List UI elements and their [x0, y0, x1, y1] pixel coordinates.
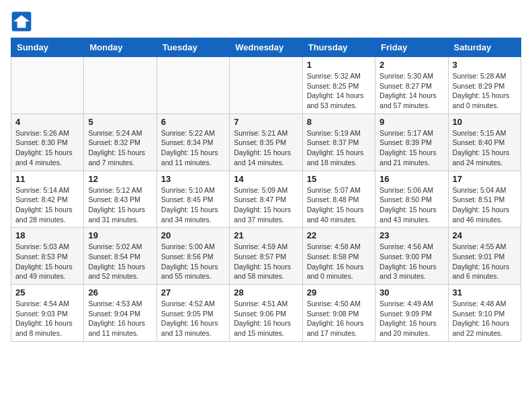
day-info: Sunrise: 5:32 AM Sunset: 8:25 PM Dayligh…	[307, 71, 371, 111]
day-number: 24	[453, 230, 517, 240]
day-number: 30	[380, 287, 443, 298]
day-info: Sunrise: 5:26 AM Sunset: 8:30 PM Dayligh…	[15, 128, 79, 168]
day-number: 3	[453, 60, 517, 70]
day-info: Sunrise: 5:19 AM Sunset: 8:37 PM Dayligh…	[307, 128, 371, 168]
day-number: 13	[161, 174, 225, 184]
calendar-cell: 3Sunrise: 5:28 AM Sunset: 8:29 PM Daylig…	[448, 57, 521, 114]
day-number: 6	[161, 117, 225, 127]
day-number: 26	[88, 287, 152, 298]
day-number: 28	[234, 287, 298, 298]
day-number: 31	[453, 287, 517, 298]
header-friday: Friday	[375, 38, 448, 57]
calendar-cell: 22Sunrise: 4:58 AM Sunset: 8:58 PM Dayli…	[302, 228, 375, 285]
calendar-cell: 12Sunrise: 5:12 AM Sunset: 8:43 PM Dayli…	[84, 171, 157, 228]
calendar-cell: 30Sunrise: 4:49 AM Sunset: 9:09 PM Dayli…	[375, 285, 448, 342]
day-number: 20	[161, 230, 225, 240]
day-info: Sunrise: 5:10 AM Sunset: 8:45 PM Dayligh…	[161, 185, 225, 225]
calendar-cell: 10Sunrise: 5:15 AM Sunset: 8:40 PM Dayli…	[448, 113, 521, 171]
calendar-cell: 6Sunrise: 5:22 AM Sunset: 8:34 PM Daylig…	[157, 113, 229, 171]
day-info: Sunrise: 5:17 AM Sunset: 8:39 PM Dayligh…	[380, 128, 443, 168]
day-info: Sunrise: 5:30 AM Sunset: 8:27 PM Dayligh…	[380, 71, 443, 111]
calendar-cell: 7Sunrise: 5:21 AM Sunset: 8:35 PM Daylig…	[230, 113, 302, 171]
calendar-cell: 5Sunrise: 5:24 AM Sunset: 8:32 PM Daylig…	[84, 113, 157, 171]
calendar-week-5: 25Sunrise: 4:54 AM Sunset: 9:03 PM Dayli…	[11, 285, 521, 342]
calendar-week-1: 1Sunrise: 5:32 AM Sunset: 8:25 PM Daylig…	[11, 57, 521, 114]
day-info: Sunrise: 5:04 AM Sunset: 8:51 PM Dayligh…	[453, 185, 517, 225]
header-thursday: Thursday	[302, 38, 375, 57]
calendar-cell: 4Sunrise: 5:26 AM Sunset: 8:30 PM Daylig…	[11, 113, 84, 171]
calendar-header-row: SundayMondayTuesdayWednesdayThursdayFrid…	[11, 38, 521, 57]
day-info: Sunrise: 5:22 AM Sunset: 8:34 PM Dayligh…	[161, 128, 225, 168]
day-number: 19	[88, 230, 152, 240]
calendar-cell: 16Sunrise: 5:06 AM Sunset: 8:50 PM Dayli…	[375, 171, 448, 228]
day-number: 27	[161, 287, 225, 298]
day-number: 16	[380, 174, 443, 184]
calendar-cell: 20Sunrise: 5:00 AM Sunset: 8:56 PM Dayli…	[157, 228, 229, 285]
day-number: 29	[307, 287, 371, 298]
day-number: 15	[307, 174, 371, 184]
day-info: Sunrise: 5:00 AM Sunset: 8:56 PM Dayligh…	[161, 242, 225, 281]
calendar-cell: 13Sunrise: 5:10 AM Sunset: 8:45 PM Dayli…	[157, 171, 229, 228]
day-number: 11	[15, 174, 79, 184]
calendar-cell: 24Sunrise: 4:55 AM Sunset: 9:01 PM Dayli…	[448, 228, 521, 285]
day-info: Sunrise: 4:59 AM Sunset: 8:57 PM Dayligh…	[234, 242, 298, 281]
day-number: 21	[234, 230, 298, 240]
day-number: 22	[307, 230, 371, 240]
day-number: 12	[88, 174, 152, 184]
day-info: Sunrise: 5:15 AM Sunset: 8:40 PM Dayligh…	[453, 128, 517, 168]
day-number: 2	[380, 60, 443, 70]
day-info: Sunrise: 4:50 AM Sunset: 9:08 PM Dayligh…	[307, 299, 371, 338]
calendar-week-2: 4Sunrise: 5:26 AM Sunset: 8:30 PM Daylig…	[11, 113, 521, 171]
page-header	[11, 11, 521, 32]
day-info: Sunrise: 5:07 AM Sunset: 8:48 PM Dayligh…	[307, 185, 371, 225]
day-number: 18	[15, 230, 79, 240]
day-info: Sunrise: 5:21 AM Sunset: 8:35 PM Dayligh…	[234, 128, 298, 168]
calendar-cell: 9Sunrise: 5:17 AM Sunset: 8:39 PM Daylig…	[375, 113, 448, 171]
day-number: 14	[234, 174, 298, 184]
calendar-week-3: 11Sunrise: 5:14 AM Sunset: 8:42 PM Dayli…	[11, 171, 521, 228]
day-info: Sunrise: 5:24 AM Sunset: 8:32 PM Dayligh…	[88, 128, 152, 168]
calendar-cell: 28Sunrise: 4:51 AM Sunset: 9:06 PM Dayli…	[230, 285, 302, 342]
calendar-week-4: 18Sunrise: 5:03 AM Sunset: 8:53 PM Dayli…	[11, 228, 521, 285]
day-number: 9	[380, 117, 443, 127]
day-info: Sunrise: 5:09 AM Sunset: 8:47 PM Dayligh…	[234, 185, 298, 225]
header-saturday: Saturday	[448, 38, 521, 57]
calendar-cell: 27Sunrise: 4:52 AM Sunset: 9:05 PM Dayli…	[157, 285, 229, 342]
calendar-cell: 29Sunrise: 4:50 AM Sunset: 9:08 PM Dayli…	[302, 285, 375, 342]
calendar-cell: 14Sunrise: 5:09 AM Sunset: 8:47 PM Dayli…	[230, 171, 302, 228]
calendar-cell: 26Sunrise: 4:53 AM Sunset: 9:04 PM Dayli…	[84, 285, 157, 342]
calendar-cell: 19Sunrise: 5:02 AM Sunset: 8:54 PM Dayli…	[84, 228, 157, 285]
day-info: Sunrise: 5:12 AM Sunset: 8:43 PM Dayligh…	[88, 185, 152, 225]
day-info: Sunrise: 5:28 AM Sunset: 8:29 PM Dayligh…	[453, 71, 517, 111]
header-tuesday: Tuesday	[157, 38, 229, 57]
day-number: 8	[307, 117, 371, 127]
calendar-cell: 21Sunrise: 4:59 AM Sunset: 8:57 PM Dayli…	[230, 228, 302, 285]
header-monday: Monday	[84, 38, 157, 57]
calendar-cell: 17Sunrise: 5:04 AM Sunset: 8:51 PM Dayli…	[448, 171, 521, 228]
day-number: 4	[15, 117, 79, 127]
calendar-cell	[230, 57, 302, 114]
calendar-cell: 31Sunrise: 4:48 AM Sunset: 9:10 PM Dayli…	[448, 285, 521, 342]
day-number: 17	[453, 174, 517, 184]
logo	[11, 11, 35, 32]
day-number: 23	[380, 230, 443, 240]
calendar-table: SundayMondayTuesdayWednesdayThursdayFrid…	[11, 38, 521, 342]
calendar-cell: 15Sunrise: 5:07 AM Sunset: 8:48 PM Dayli…	[302, 171, 375, 228]
day-info: Sunrise: 5:03 AM Sunset: 8:53 PM Dayligh…	[15, 242, 79, 281]
day-number: 7	[234, 117, 298, 127]
calendar-cell: 8Sunrise: 5:19 AM Sunset: 8:37 PM Daylig…	[302, 113, 375, 171]
day-info: Sunrise: 5:02 AM Sunset: 8:54 PM Dayligh…	[88, 242, 152, 281]
day-info: Sunrise: 4:54 AM Sunset: 9:03 PM Dayligh…	[15, 299, 79, 338]
day-number: 10	[453, 117, 517, 127]
header-wednesday: Wednesday	[230, 38, 302, 57]
day-info: Sunrise: 4:48 AM Sunset: 9:10 PM Dayligh…	[453, 299, 517, 338]
day-info: Sunrise: 4:55 AM Sunset: 9:01 PM Dayligh…	[453, 242, 517, 281]
day-number: 1	[307, 60, 371, 70]
day-info: Sunrise: 4:52 AM Sunset: 9:05 PM Dayligh…	[161, 299, 225, 338]
calendar-cell: 18Sunrise: 5:03 AM Sunset: 8:53 PM Dayli…	[11, 228, 84, 285]
calendar-cell	[11, 57, 84, 114]
day-info: Sunrise: 5:06 AM Sunset: 8:50 PM Dayligh…	[380, 185, 443, 225]
day-info: Sunrise: 4:49 AM Sunset: 9:09 PM Dayligh…	[380, 299, 443, 338]
logo-icon	[11, 11, 32, 32]
day-info: Sunrise: 4:51 AM Sunset: 9:06 PM Dayligh…	[234, 299, 298, 338]
